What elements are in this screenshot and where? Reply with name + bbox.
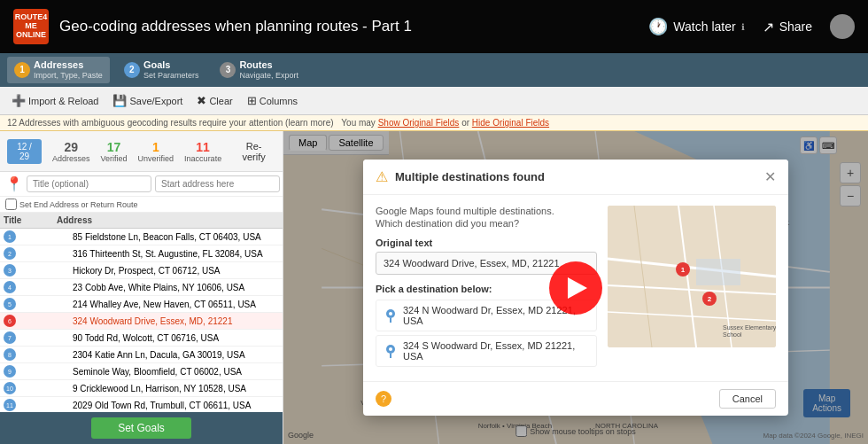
user-avatar[interactable]: [830, 14, 855, 39]
svg-point-21: [389, 312, 392, 315]
help-icon[interactable]: ?: [376, 391, 391, 407]
unverified-stat[interactable]: 1 Unverified: [138, 140, 174, 163]
alert-bar: 12 Addresses with ambiguous geocoding re…: [0, 115, 868, 131]
row-icon: 11: [4, 399, 16, 411]
table-row[interactable]: 10 9 Cricklewood Ln, Harrison, NY 10528,…: [0, 380, 283, 397]
step-1-sub: Import, Type, Paste: [34, 71, 103, 81]
table-header: Title Address: [0, 213, 283, 229]
row-icon: 3: [4, 264, 16, 277]
watch-later-label: Watch later: [673, 19, 735, 34]
top-controls: 🕐 Watch later ℹ ↗ Share: [648, 14, 855, 39]
row-address: 324 Woodward Drive, Essex, MD, 21221: [73, 316, 279, 326]
table-row[interactable]: 2 316 Thirteenth St, St. Augustine, FL 3…: [0, 245, 283, 262]
step-num-1: 1: [14, 62, 30, 78]
dest-pin-icon-1: [384, 308, 398, 323]
toolbar: ➕ Import & Reload 💾 Save/Export ✖ Clear …: [0, 87, 868, 115]
clear-icon: ✖: [197, 94, 206, 107]
row-address: 85 Fieldstone Ln, Beacon Falls, CT 06403…: [73, 232, 279, 242]
plus-icon: ➕: [12, 94, 26, 107]
table-row[interactable]: 1 85 Fieldstone Ln, Beacon Falls, CT 064…: [0, 229, 283, 245]
dialog-close-button[interactable]: ✕: [764, 168, 776, 185]
share-button[interactable]: ↗ Share: [763, 19, 812, 35]
table-row[interactable]: 7 90 Todd Rd, Wolcott, CT 06716, USA: [0, 330, 283, 347]
workflow-step-2[interactable]: 2 Goals Set Parameters: [117, 57, 206, 83]
bottom-bar: Set Goals: [0, 412, 283, 444]
import-reload-label: Import & Reload: [28, 96, 98, 106]
addresses-label: Addresses: [52, 154, 90, 163]
clear-button[interactable]: ✖ Clear: [192, 92, 236, 109]
clear-label: Clear: [209, 96, 232, 106]
row-icon: 2: [4, 247, 16, 260]
workflow-step-1[interactable]: 1 Addresses Import, Type, Paste: [7, 57, 110, 83]
svg-text:2: 2: [708, 295, 712, 303]
table-row[interactable]: 6 324 Woodward Drive, Essex, MD, 21221: [0, 313, 283, 330]
svg-text:1: 1: [681, 266, 686, 274]
svg-point-23: [389, 347, 392, 351]
row-icon: 4: [4, 281, 16, 293]
original-text-label: Original text: [376, 238, 597, 248]
table-row[interactable]: 4 23 Cobb Ave, White Plains, NY 10606, U…: [0, 279, 283, 296]
share-label: Share: [779, 19, 812, 34]
row-icon: 9: [4, 365, 16, 378]
dest-pin-icon-2: [384, 344, 398, 358]
step-num-2: 2: [124, 62, 140, 78]
warning-icon: ⚠: [376, 168, 388, 185]
svg-text:School: School: [723, 331, 742, 338]
dialog-footer: ? Cancel: [363, 381, 788, 416]
alert-message: 12 Addresses with ambiguous geocoding re…: [7, 118, 334, 128]
top-bar: ROUTE4 ME ONLINE Geo-coding addresses wh…: [0, 0, 868, 53]
addresses-stat[interactable]: 29 Addresses: [52, 140, 90, 163]
set-goals-button[interactable]: Set Goals: [91, 417, 191, 439]
step-2-sub: Set Parameters: [143, 71, 199, 81]
app-ui: 1 Addresses Import, Type, Paste 2 Goals …: [0, 53, 868, 444]
video-title: Geo-coding addresses when planning route…: [59, 18, 648, 35]
stats-bar: 12 / 29 29 Addresses 17 Verified 1 Unver…: [0, 131, 283, 172]
date-badge: 12 / 29: [7, 139, 42, 164]
play-button[interactable]: [549, 261, 602, 315]
row-address: 90 Todd Rd, Wolcott, CT 06716, USA: [73, 333, 279, 343]
start-address-input[interactable]: [155, 175, 280, 192]
title-input[interactable]: [27, 175, 151, 192]
row-icon: 5: [4, 298, 16, 310]
destination-option-2-label: 324 S Woodward Dr, Essex, MD 21221, USA: [403, 340, 589, 362]
step-3-sub: Navigate, Export: [239, 71, 298, 81]
table-row[interactable]: 3 Hickory Dr, Prospect, CT 06712, USA: [0, 262, 283, 279]
save-export-button[interactable]: 💾 Save/Export: [108, 92, 187, 109]
columns-button[interactable]: ⊞ Columns: [243, 92, 302, 109]
end-route-check: Set End Address or Return Route: [0, 197, 283, 213]
row-icon: 8: [4, 348, 16, 361]
import-reload-button[interactable]: ➕ Import & Reload: [7, 92, 103, 109]
cancel-button[interactable]: Cancel: [719, 389, 776, 409]
end-route-label: Set End Address or Return Route: [19, 200, 138, 209]
dialog-desc-1: Google Maps found multiple destinations.: [376, 206, 597, 216]
address-table: Title Address 1 85 Fieldstone Ln, Beacon…: [0, 213, 283, 412]
workflow-step-3[interactable]: 3 Routes Navigate, Export: [213, 57, 306, 83]
svg-rect-31: [696, 259, 740, 285]
dialog-map: 1 2 Sussex Elementary School: [608, 206, 776, 347]
unverified-label: Unverified: [138, 154, 174, 163]
table-row[interactable]: 9 Seminole Way, Bloomfield, CT 06002, US…: [0, 363, 283, 380]
step-num-3: 3: [220, 62, 236, 78]
verified-stat[interactable]: 17 Verified: [101, 140, 128, 163]
destination-option-2[interactable]: 324 S Woodward Dr, Essex, MD 21221, USA: [376, 335, 597, 367]
save-icon: 💾: [112, 94, 127, 107]
table-row[interactable]: 8 2304 Katie Ann Ln, Dacula, GA 30019, U…: [0, 347, 283, 363]
play-triangle-icon: [568, 277, 587, 299]
addresses-count: 29: [64, 140, 78, 154]
table-row[interactable]: 11 2029 Old Town Rd, Trumbull, CT 06611,…: [0, 397, 283, 412]
table-row[interactable]: 5 214 Whalley Ave, New Haven, CT 06511, …: [0, 296, 283, 313]
svg-text:Sussex Elementary: Sussex Elementary: [723, 324, 776, 331]
workflow-bar: 1 Addresses Import, Type, Paste 2 Goals …: [0, 53, 868, 87]
show-original-link[interactable]: Show Original Fields: [378, 118, 460, 128]
inaccurate-label: Inaccurate: [184, 154, 221, 163]
re-verify-button[interactable]: Re-verify: [232, 139, 275, 164]
row-address: 9 Cricklewood Ln, Harrison, NY 10528, US…: [73, 384, 279, 393]
verified-label: Verified: [101, 154, 128, 163]
col-header-title: Title: [4, 215, 57, 225]
watch-later-button[interactable]: 🕐 Watch later ℹ: [648, 17, 744, 36]
columns-label: Columns: [260, 96, 298, 106]
end-route-checkbox[interactable]: [5, 199, 17, 210]
hide-original-link[interactable]: Hide Original Fields: [472, 118, 549, 128]
inaccurate-stat[interactable]: 11 Inaccurate: [184, 140, 221, 163]
row-icon: 1: [4, 230, 16, 243]
